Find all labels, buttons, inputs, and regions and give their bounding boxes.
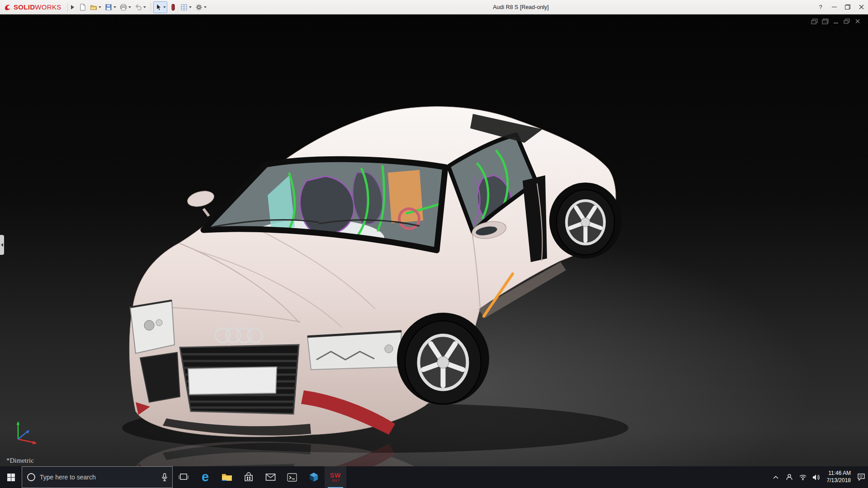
restore-icon xyxy=(845,5,850,9)
volume-button[interactable] xyxy=(810,474,823,481)
doc-cascade-button[interactable] xyxy=(821,18,829,25)
taskpane-collapse-tab[interactable] xyxy=(0,235,4,255)
new-document-button[interactable] xyxy=(78,1,88,13)
people-icon xyxy=(786,474,793,481)
dropdown-caret[interactable] xyxy=(163,6,166,8)
dropdown-caret[interactable] xyxy=(204,6,207,8)
doc-minimize-button[interactable] xyxy=(832,18,840,25)
orientation-triad[interactable] xyxy=(12,418,41,446)
save-icon xyxy=(105,4,112,11)
action-center-button[interactable] xyxy=(854,474,868,481)
terminal-icon xyxy=(287,473,297,482)
search-input[interactable] xyxy=(40,474,157,481)
start-button[interactable] xyxy=(0,466,22,488)
select-tool-button[interactable] xyxy=(153,1,167,13)
doc-close-button[interactable] xyxy=(854,18,862,25)
3d-cube-icon xyxy=(309,472,319,482)
appearance-icon xyxy=(170,4,177,11)
undo-button[interactable] xyxy=(133,1,147,13)
separator xyxy=(151,3,151,12)
windows-logo-icon xyxy=(7,474,15,481)
action-center-icon xyxy=(857,474,865,481)
minimize-button[interactable] xyxy=(827,0,841,14)
settings-gear-icon xyxy=(195,4,203,11)
toolbar-expand-arrow[interactable] xyxy=(71,5,74,9)
print-icon xyxy=(120,4,127,11)
new-window-icon xyxy=(811,19,818,24)
clock-time: 11:46 AM xyxy=(827,470,851,477)
file-explorer-icon xyxy=(222,473,232,482)
store-icon xyxy=(244,472,254,482)
tray-expand-button[interactable] xyxy=(769,475,783,479)
dropdown-caret[interactable] xyxy=(99,6,101,8)
new-document-icon xyxy=(79,4,86,11)
car-3d-model[interactable] xyxy=(0,14,868,466)
network-icon xyxy=(799,474,807,480)
minimize-icon xyxy=(832,7,837,7)
sheet-options-icon xyxy=(180,4,188,11)
taskbar: e xyxy=(0,466,868,488)
left-headlight xyxy=(130,300,175,353)
open-folder-icon xyxy=(90,4,97,11)
brand-text: SOLIDWORKS xyxy=(14,3,61,11)
task-view-icon xyxy=(179,473,189,481)
volume-icon xyxy=(812,474,820,481)
terminal-button[interactable] xyxy=(281,466,303,488)
edge-button[interactable]: e xyxy=(194,466,216,488)
dropdown-caret[interactable] xyxy=(143,6,146,8)
left-mirror xyxy=(186,188,216,216)
dropdown-caret[interactable] xyxy=(113,6,116,8)
save-button[interactable] xyxy=(104,1,118,13)
taskbar-search[interactable] xyxy=(22,466,173,488)
screen: SOLIDWORKS xyxy=(0,0,868,488)
store-button[interactable] xyxy=(238,466,259,488)
view-orientation-label: *Dimetric xyxy=(6,457,34,465)
people-button[interactable] xyxy=(783,474,796,481)
restore-button[interactable] xyxy=(841,0,854,14)
document-window-controls xyxy=(810,18,862,25)
titlebar: SOLIDWORKS xyxy=(0,0,868,14)
front-wheel[interactable] xyxy=(405,321,481,404)
solidworks-app-button[interactable]: SW 2017 xyxy=(325,466,346,488)
open-button[interactable] xyxy=(89,1,103,13)
undo-icon xyxy=(135,4,142,11)
3d-viewer-app-button[interactable] xyxy=(303,466,325,488)
doc-restore-button[interactable] xyxy=(843,18,851,25)
sheet-options-button[interactable] xyxy=(179,1,193,13)
print-button[interactable] xyxy=(118,1,132,13)
cascade-icon xyxy=(822,19,829,24)
help-button[interactable]: ? xyxy=(814,0,827,14)
dassault-logo-icon xyxy=(4,3,12,11)
toolbar xyxy=(78,1,209,13)
chevron-up-icon xyxy=(773,475,778,479)
solidworks-icon: SW 2017 xyxy=(330,472,341,482)
restore-icon xyxy=(844,19,850,24)
task-view-button[interactable] xyxy=(173,466,194,488)
doc-new-window-button[interactable] xyxy=(810,18,818,25)
clock-date: 7/13/2018 xyxy=(827,477,851,484)
taskbar-clock[interactable]: 11:46 AM 7/13/2018 xyxy=(823,470,854,484)
network-button[interactable] xyxy=(796,474,810,480)
dropdown-caret[interactable] xyxy=(189,6,192,8)
separator xyxy=(67,3,68,12)
close-icon xyxy=(855,19,860,24)
right-headlight xyxy=(307,331,401,370)
close-button[interactable] xyxy=(854,0,868,14)
car-body-group[interactable] xyxy=(129,107,622,437)
appearance-tool-button[interactable] xyxy=(168,1,178,13)
rear-wheel[interactable] xyxy=(557,190,614,255)
mail-icon xyxy=(265,473,276,481)
system-tray: 11:46 AM 7/13/2018 xyxy=(769,466,868,488)
cortana-icon xyxy=(27,473,36,482)
edge-icon: e xyxy=(202,470,209,483)
window-controls: ? xyxy=(814,0,868,14)
viewport-3d[interactable]: *Dimetric xyxy=(0,14,868,466)
file-explorer-button[interactable] xyxy=(216,466,238,488)
minimize-icon xyxy=(833,19,839,24)
dropdown-caret[interactable] xyxy=(128,6,131,8)
close-icon xyxy=(859,5,864,9)
microphone-icon[interactable] xyxy=(161,473,168,482)
brand-solid: SOLID xyxy=(14,3,35,11)
mail-button[interactable] xyxy=(259,466,281,488)
options-button[interactable] xyxy=(194,1,208,13)
